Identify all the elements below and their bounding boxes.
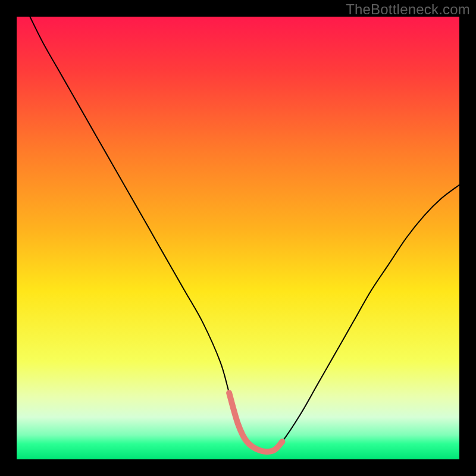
chart-svg	[17, 17, 459, 459]
gradient-background	[17, 17, 459, 459]
chart-frame: TheBottleneck.com	[0, 0, 476, 476]
plot-area	[17, 17, 459, 459]
watermark-text: TheBottleneck.com	[346, 1, 470, 18]
